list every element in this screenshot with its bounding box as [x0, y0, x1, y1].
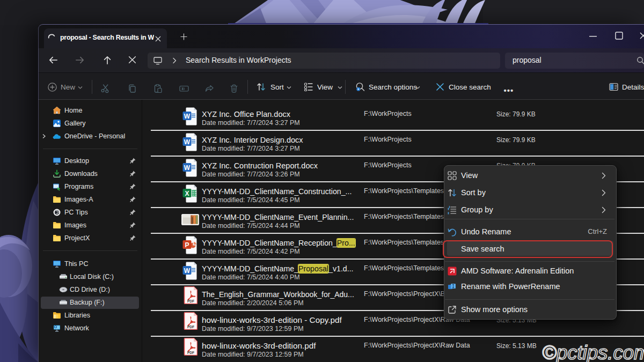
svg-text:PDF: PDF [187, 325, 194, 329]
svg-text:W: W [184, 113, 191, 120]
svg-text:W: W [184, 267, 191, 275]
svg-text:W: W [184, 138, 191, 146]
svg-text:P: P [185, 241, 189, 249]
svg-text:PDF: PDF [187, 299, 194, 303]
svg-text:PDF: PDF [187, 351, 194, 354]
svg-text:W: W [184, 164, 191, 172]
svg-text:X: X [185, 190, 189, 197]
